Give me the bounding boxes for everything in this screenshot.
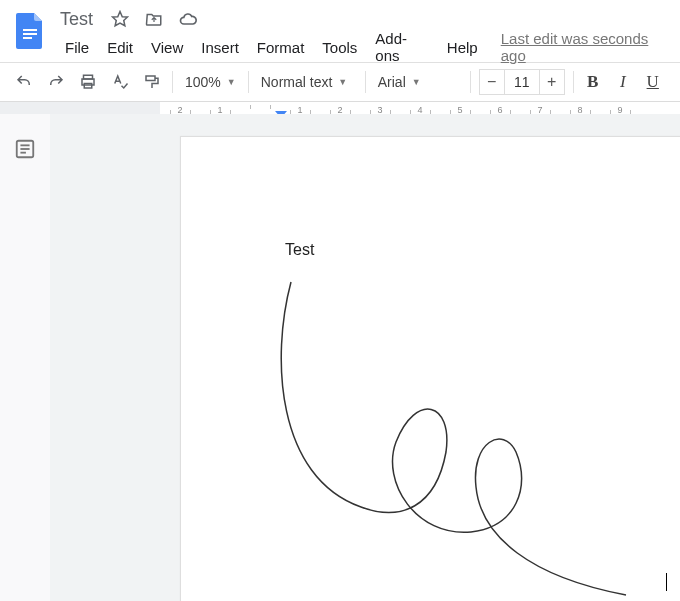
ruler-tick: 2 [320,105,360,115]
font-size-increase-button[interactable]: + [539,69,565,95]
workspace: Test [0,114,680,601]
svg-rect-7 [146,76,155,81]
toolbar: 100% ▼ Normal text ▼ Arial ▼ − + B I U [0,62,680,102]
svg-marker-3 [113,12,128,26]
paint-format-button[interactable] [136,67,168,97]
zoom-value: 100% [185,74,221,90]
toolbar-separator [248,71,249,93]
ruler-tick: 9 [600,105,640,115]
style-value: Normal text [261,74,333,90]
bold-button[interactable]: B [578,67,608,97]
svg-rect-2 [23,37,32,39]
styles-dropdown[interactable]: Normal text ▼ [253,67,361,97]
ruler-tick: 8 [560,105,600,115]
underline-button[interactable]: U [638,67,668,97]
ruler-tick: 6 [480,105,520,115]
menu-view[interactable]: View [142,35,192,60]
toolbar-separator [365,71,366,93]
left-sidebar [0,114,50,601]
title-row: Test [56,6,670,32]
menu-tools[interactable]: Tools [313,35,366,60]
ruler-tick: 1 [200,105,240,115]
move-icon[interactable] [143,8,165,30]
font-size-group: − + [479,69,565,95]
outline-icon[interactable] [14,138,36,601]
star-icon[interactable] [109,8,131,30]
print-button[interactable] [72,67,104,97]
caret-down-icon: ▼ [338,77,347,87]
svg-rect-1 [23,33,37,35]
toolbar-separator [573,71,574,93]
svg-rect-0 [23,29,37,31]
zoom-dropdown[interactable]: 100% ▼ [177,67,244,97]
redo-button[interactable] [40,67,72,97]
menu-file[interactable]: File [56,35,98,60]
font-size-input[interactable] [505,69,539,95]
menu-edit[interactable]: Edit [98,35,142,60]
font-value: Arial [378,74,406,90]
menu-insert[interactable]: Insert [192,35,248,60]
title-area: Test File Edit View Insert Format Tools … [50,6,670,62]
ruler-tick: 5 [440,105,480,115]
font-size-decrease-button[interactable]: − [479,69,505,95]
ruler-tick: 3 [360,105,400,115]
docs-logo[interactable] [10,6,50,56]
menu-bar: File Edit View Insert Format Tools Add-o… [56,32,670,62]
cloud-status-icon[interactable] [177,8,199,30]
body-text[interactable]: Test [285,241,314,259]
menu-help[interactable]: Help [438,35,487,60]
caret-down-icon: ▼ [227,77,236,87]
scribble-drawing [271,277,671,601]
app-header: Test File Edit View Insert Format Tools … [0,0,680,62]
italic-button[interactable]: I [608,67,638,97]
font-dropdown[interactable]: Arial ▼ [370,67,466,97]
toolbar-separator [172,71,173,93]
ruler-tick: 2 [160,105,200,115]
spellcheck-button[interactable] [104,67,136,97]
toolbar-separator [470,71,471,93]
document-title[interactable]: Test [56,9,97,30]
ruler-background: 2 1 1 2 3 4 5 6 7 8 9 [0,102,680,114]
caret-down-icon: ▼ [412,77,421,87]
ruler-tick: 7 [520,105,560,115]
last-edit-link[interactable]: Last edit was seconds ago [487,30,670,64]
ruler-tick: 4 [400,105,440,115]
menu-addons[interactable]: Add-ons [366,26,438,68]
text-cursor [666,573,667,591]
undo-button[interactable] [8,67,40,97]
menu-format[interactable]: Format [248,35,314,60]
document-page[interactable]: Test [180,136,680,601]
